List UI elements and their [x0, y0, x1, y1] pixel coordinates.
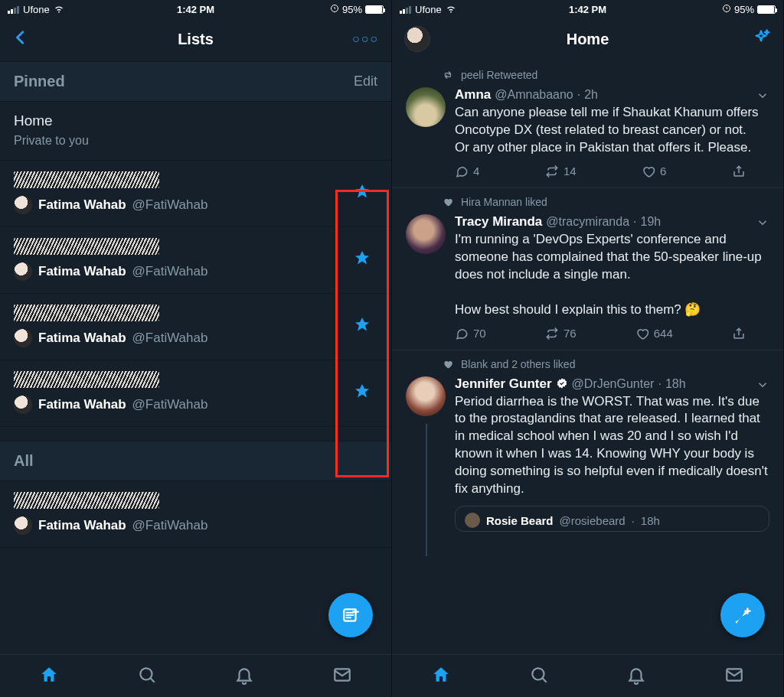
tweet-author-name: Jennifer Gunter [455, 376, 552, 392]
share-button[interactable] [732, 164, 746, 178]
tweet-menu-button[interactable] [756, 89, 769, 106]
tab-notifications[interactable] [626, 665, 646, 688]
quoted-author-handle: @rosiebeard [560, 514, 626, 527]
tweet-author-handle: @tracymiranda [546, 215, 629, 229]
section-header-pinned: Pinned Edit [0, 61, 391, 102]
retweet-icon [443, 70, 453, 80]
top-tweets-button[interactable] [751, 28, 771, 50]
social-context-text: Blank and 2 others liked [461, 358, 575, 370]
list-item[interactable]: Fatima Wahab @FatiWahab [0, 360, 391, 427]
retweet-button[interactable]: 14 [545, 164, 577, 178]
tweet-author-name: Amna [455, 87, 491, 103]
battery-pct-label: 95% [734, 4, 754, 15]
tab-messages[interactable] [724, 665, 744, 688]
owner-handle: @FatiWahab [132, 197, 208, 213]
tweet-menu-button[interactable] [756, 216, 769, 233]
social-context: Blank and 2 others liked [392, 350, 783, 370]
list-item-home[interactable]: Home Private to you [0, 102, 391, 161]
like-button[interactable]: 644 [635, 327, 673, 340]
carrier-label: Ufone [23, 4, 50, 15]
like-button[interactable]: 6 [642, 164, 666, 178]
quoted-time: 18h [641, 514, 660, 527]
tab-home[interactable] [39, 665, 59, 688]
avatar [14, 329, 32, 347]
list-item[interactable]: Fatima Wahab @FatiWahab [0, 161, 391, 227]
list-item[interactable]: Fatima Wahab @FatiWahab [0, 227, 391, 294]
owner-name: Fatima Wahab [38, 331, 126, 346]
nav-header: Lists ○○○ [0, 17, 391, 61]
tab-home[interactable] [431, 665, 451, 688]
timeline[interactable]: peeli Retweeted Amna @Amnabaano · 2h Can… [392, 61, 783, 654]
social-context: peeli Retweeted [392, 61, 783, 81]
social-context-text: peeli Retweeted [461, 69, 537, 81]
owner-name: Fatima Wahab [38, 518, 126, 533]
svg-point-7 [140, 668, 152, 679]
battery-pct-label: 95% [342, 4, 362, 15]
tweet-text: Period diarrhea is the WORST. That was m… [455, 393, 769, 499]
battery-icon [365, 5, 384, 14]
nav-header: Home [392, 17, 783, 61]
screen-lists: Ufone 1:42 PM 95% Lists ○○○ Pinned Edit … [0, 0, 392, 697]
tweet-actions: 70 76 644 [455, 327, 746, 340]
avatar [14, 262, 32, 281]
retweet-button[interactable]: 76 [545, 327, 577, 340]
avatar[interactable] [406, 376, 446, 416]
share-button[interactable] [732, 327, 746, 340]
compose-tweet-button[interactable] [720, 593, 765, 637]
signal-icon [8, 6, 19, 14]
svg-line-14 [542, 678, 546, 682]
tweet[interactable]: Tracy Miranda @tracymiranda · 19h I'm ru… [392, 208, 783, 350]
list-name-redacted [14, 492, 159, 509]
quoted-author-name: Rosie Beard [486, 514, 554, 527]
quoted-tweet[interactable]: Rosie Beard @rosiebeard · 18h [455, 506, 769, 532]
clock-label: 1:42 PM [525, 4, 651, 15]
avatar[interactable] [406, 214, 446, 254]
heart-icon [443, 359, 453, 370]
owner-handle: @FatiWahab [132, 264, 208, 279]
section-header-all: All [0, 441, 391, 481]
tweet-menu-button[interactable] [756, 378, 769, 395]
pin-icon[interactable] [353, 383, 371, 404]
tab-messages[interactable] [332, 665, 352, 688]
reply-button[interactable]: 70 [455, 327, 486, 340]
list-name-redacted [14, 371, 159, 388]
more-options-button[interactable]: ○○○ [352, 32, 379, 46]
pin-icon[interactable] [353, 249, 371, 271]
avatar [465, 513, 480, 528]
pin-icon[interactable] [353, 316, 371, 337]
tweet-text: Can anyone please tell me if Shaukat Kha… [455, 104, 769, 157]
page-title: Lists [0, 31, 391, 48]
reply-button[interactable]: 4 [455, 164, 479, 178]
list-name-redacted [14, 238, 159, 255]
tweet-author-handle: @DrJenGunter [572, 377, 655, 391]
tweet-actions: 4 14 6 [455, 164, 746, 178]
tweet[interactable]: Amna @Amnabaano · 2h Can anyone please t… [392, 81, 783, 188]
clock-label: 1:42 PM [133, 4, 259, 15]
tweet[interactable]: Jennifer Gunter @DrJenGunter · 18h Perio… [392, 370, 783, 542]
list-item[interactable]: Fatima Wahab @FatiWahab [0, 481, 391, 548]
social-context: Hira Mannan liked [392, 188, 783, 208]
tweet-author-name: Tracy Miranda [455, 214, 542, 230]
battery-icon [757, 5, 776, 14]
tab-search[interactable] [137, 665, 157, 688]
list-privacy-label: Private to you [14, 134, 377, 148]
tab-search[interactable] [529, 665, 549, 688]
tweet-author-handle: @Amnabaano [495, 88, 573, 102]
status-bar: Ufone 1:42 PM 95% [392, 0, 783, 17]
list-item[interactable]: Fatima Wahab @FatiWahab [0, 294, 391, 360]
avatar[interactable] [406, 87, 446, 127]
page-title: Home [392, 31, 783, 48]
profile-avatar-button[interactable] [404, 26, 430, 52]
edit-button[interactable]: Edit [354, 73, 377, 90]
tab-bar [0, 654, 391, 697]
pin-icon[interactable] [353, 183, 371, 204]
section-title: Pinned [14, 73, 65, 90]
back-button[interactable] [12, 28, 29, 51]
social-context-text: Hira Mannan liked [461, 196, 547, 208]
screen-home-feed: Ufone 1:42 PM 95% Home peeli Retw [392, 0, 784, 697]
tab-notifications[interactable] [234, 665, 254, 688]
avatar [14, 396, 32, 414]
list-name: Home [14, 112, 377, 129]
list-name-redacted [14, 171, 159, 188]
new-list-button[interactable] [328, 593, 373, 637]
